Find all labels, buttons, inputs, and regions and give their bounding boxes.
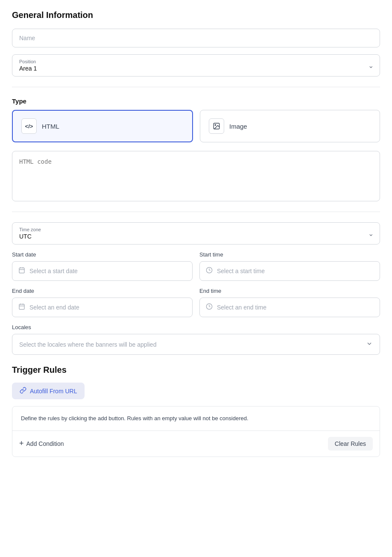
end-time-placeholder: Select an end time <box>217 304 266 311</box>
name-input-wrapper[interactable] <box>12 29 380 47</box>
type-option-html-label: HTML <box>42 123 59 130</box>
start-date-label: Start date <box>12 251 193 258</box>
add-condition-label: Add Condition <box>26 440 64 447</box>
type-option-html[interactable]: </> HTML <box>12 110 193 142</box>
position-label: Position <box>19 59 373 64</box>
locales-label: Locales <box>12 324 380 330</box>
trigger-rules-title: Trigger Rules <box>12 365 380 375</box>
start-time-placeholder: Select a start time <box>217 268 265 274</box>
position-select[interactable]: Position Area 1 ⌄ <box>12 54 380 77</box>
rules-info-box: Define the rules by clicking the add but… <box>12 406 380 457</box>
autofill-button-label: Autofill From URL <box>30 388 77 395</box>
start-datetime-row: Start date Select a start date Start tim… <box>12 251 380 281</box>
calendar-icon-end-date <box>18 303 25 312</box>
html-icon: </> <box>21 118 37 134</box>
type-label: Type <box>12 97 380 105</box>
type-options: </> HTML Image <box>12 110 380 142</box>
html-code-input[interactable] <box>19 158 373 192</box>
image-icon <box>209 118 224 134</box>
type-option-image-label: Image <box>229 123 247 130</box>
start-date-col: Start date Select a start date <box>12 251 193 281</box>
autofill-button[interactable]: Autofill From URL <box>12 383 85 399</box>
page-title: General Information <box>12 10 380 20</box>
timezone-select[interactable]: Time zone UTC ⌄ <box>12 222 380 245</box>
locales-select[interactable]: Select the locales where the banners wil… <box>12 334 380 355</box>
end-datetime-row: End date Select an end date End time <box>12 288 380 317</box>
calendar-icon-start-date <box>18 267 25 275</box>
timezone-chevron-icon: ⌄ <box>368 230 374 238</box>
locales-section: Locales Select the locales where the ban… <box>12 324 380 355</box>
trigger-rules-section: Trigger Rules Autofill From URL Define t… <box>12 365 380 457</box>
svg-rect-7 <box>19 304 24 309</box>
type-option-image[interactable]: Image <box>200 110 380 142</box>
rules-info-text: Define the rules by clicking the add but… <box>12 407 380 431</box>
position-field-group: Position Area 1 ⌄ <box>12 54 380 77</box>
name-field-group <box>12 29 380 47</box>
start-date-placeholder: Select a start date <box>29 268 78 274</box>
locales-chevron-icon <box>366 340 373 348</box>
add-condition-button[interactable]: + Add Condition <box>19 439 64 448</box>
svg-rect-2 <box>19 268 24 273</box>
position-value: Area 1 <box>19 65 373 72</box>
end-date-placeholder: Select an end date <box>29 304 79 311</box>
start-date-input[interactable]: Select a start date <box>12 261 193 281</box>
clock-icon-end-time <box>206 303 213 312</box>
end-date-col: End date Select an end date <box>12 288 193 317</box>
plus-icon: + <box>19 439 24 448</box>
type-section: Type </> HTML Image <box>12 97 380 142</box>
timezone-value: UTC <box>19 233 373 240</box>
name-input[interactable] <box>19 35 373 41</box>
end-time-col: End time Select an end time <box>199 288 380 317</box>
end-date-input[interactable]: Select an end date <box>12 298 193 317</box>
rules-actions: + Add Condition Clear Rules <box>12 431 380 457</box>
clear-rules-button[interactable]: Clear Rules <box>328 437 373 451</box>
clock-icon-start-time <box>206 267 213 275</box>
html-code-area[interactable] <box>12 151 380 201</box>
start-time-input[interactable]: Select a start time <box>199 261 380 281</box>
start-time-label: Start time <box>199 251 380 258</box>
locales-placeholder: Select the locales where the banners wil… <box>19 341 156 348</box>
section-divider-1 <box>12 87 380 87</box>
svg-point-1 <box>215 124 216 125</box>
end-date-label: End date <box>12 288 193 294</box>
timezone-field-group: Time zone UTC ⌄ <box>12 222 380 245</box>
link-icon <box>20 387 26 395</box>
timezone-label: Time zone <box>19 227 373 232</box>
clear-rules-label: Clear Rules <box>335 440 366 447</box>
position-chevron-icon: ⌄ <box>368 62 374 70</box>
end-time-input[interactable]: Select an end time <box>199 298 380 317</box>
start-time-col: Start time Select a start time <box>199 251 380 281</box>
end-time-label: End time <box>199 288 380 294</box>
section-divider-2 <box>12 212 380 212</box>
